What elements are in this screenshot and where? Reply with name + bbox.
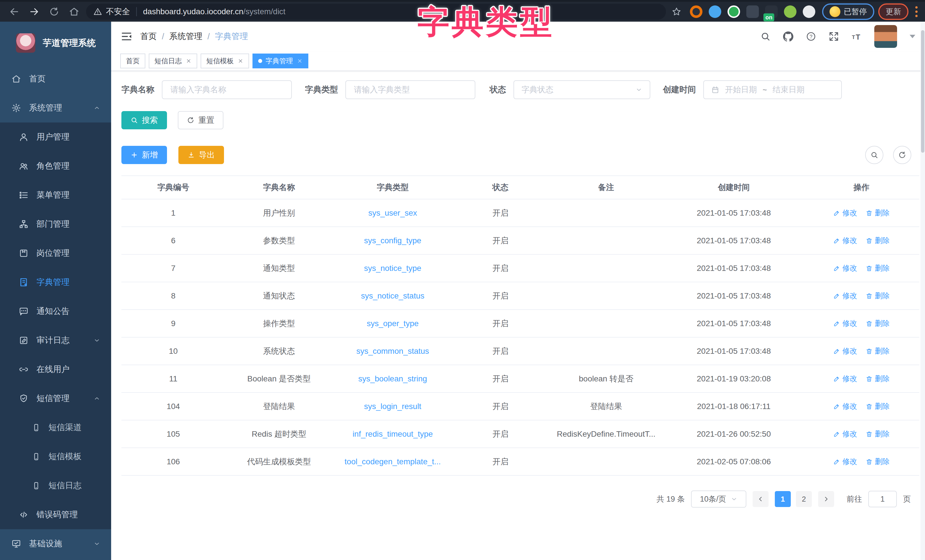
sidebar-item-notice[interactable]: 通知公告 — [0, 297, 111, 326]
browser-forward-icon[interactable] — [26, 4, 42, 20]
tab-sms-log[interactable]: 短信日志 — [149, 54, 197, 68]
next-page-button[interactable] — [818, 491, 834, 507]
edit-button[interactable]: 修改 — [833, 236, 857, 245]
tab-close-icon[interactable] — [238, 58, 243, 64]
search-button[interactable]: 搜索 — [121, 111, 167, 129]
edit-icon — [833, 348, 840, 355]
toggle-search-button[interactable] — [865, 146, 883, 164]
cell-dict-type-link[interactable]: sys_boolean_string — [333, 374, 452, 383]
address-bar[interactable]: 不安全 dashboard.yudao.iocoder.cn/system/di… — [86, 4, 666, 20]
tab-home[interactable]: 首页 — [120, 54, 145, 68]
edit-button[interactable]: 修改 — [833, 208, 857, 218]
edit-button[interactable]: 修改 — [833, 318, 857, 328]
sidebar-item-dept[interactable]: 部门管理 — [0, 210, 111, 239]
page-size-select[interactable]: 10条/页 — [691, 491, 746, 507]
add-button[interactable]: 新增 — [121, 146, 167, 164]
cell-dict-type-link[interactable]: sys_config_type — [333, 236, 452, 245]
browser-back-icon[interactable] — [6, 4, 22, 20]
tab-dict[interactable]: 字典管理 — [253, 54, 308, 68]
extension-blue-squares-icon[interactable] — [746, 5, 759, 18]
page-scrollbar[interactable] — [920, 22, 925, 560]
edit-button[interactable]: 修改 — [833, 429, 857, 439]
sidebar-item-sms-log[interactable]: 短信日志 — [0, 471, 111, 500]
prev-page-button[interactable] — [753, 491, 768, 507]
sidebar-item-audit[interactable]: 审计日志 — [0, 326, 111, 355]
extension-paused-pill[interactable]: 已暂停 — [822, 3, 874, 20]
status-select[interactable]: 字典状态 — [514, 80, 650, 99]
sidebar-item-home[interactable]: 首页 — [0, 65, 111, 93]
jump-page-input[interactable] — [868, 491, 897, 507]
extensions-puzzle-icon[interactable] — [803, 5, 815, 18]
sidebar-item-sms-template[interactable]: 短信模板 — [0, 442, 111, 471]
extension-blue-gem-icon[interactable] — [709, 5, 721, 18]
delete-button[interactable]: 删除 — [866, 318, 890, 328]
tab-close-icon[interactable] — [297, 58, 303, 64]
hamburger-icon[interactable] — [121, 31, 132, 42]
delete-button[interactable]: 删除 — [866, 374, 890, 384]
sidebar-item-sms-channel[interactable]: 短信渠道 — [0, 413, 111, 442]
cell-dict-type-link[interactable]: sys_notice_status — [333, 291, 452, 301]
breadcrumb-item[interactable]: 系统管理 — [169, 31, 202, 42]
delete-button[interactable]: 删除 — [866, 236, 890, 245]
sidebar-item-infra[interactable]: 基础设施 — [0, 529, 111, 558]
github-icon[interactable] — [783, 31, 793, 42]
delete-button[interactable]: 删除 — [866, 457, 890, 467]
help-icon[interactable]: ? — [806, 31, 816, 42]
edit-button[interactable]: 修改 — [833, 457, 857, 467]
sidebar-item-role[interactable]: 角色管理 — [0, 152, 111, 181]
delete-button[interactable]: 删除 — [866, 291, 890, 301]
cell-dict-type-link[interactable]: sys_oper_type — [333, 319, 452, 328]
page-button-2[interactable]: 2 — [796, 491, 812, 507]
delete-button[interactable]: 删除 — [866, 346, 890, 356]
avatar-caret-down-icon[interactable] — [910, 35, 915, 38]
cell-dict-type-link[interactable]: sys_user_sex — [333, 209, 452, 218]
sidebar-item-system[interactable]: 系统管理 — [0, 93, 111, 122]
sidebar-item-sms[interactable]: 短信管理 — [0, 384, 111, 413]
tab-sms-template[interactable]: 短信模板 — [200, 54, 249, 68]
reset-button[interactable]: 重置 — [178, 111, 223, 129]
edit-button[interactable]: 修改 — [833, 346, 857, 356]
edit-button[interactable]: 修改 — [833, 374, 857, 384]
export-button[interactable]: 导出 — [178, 146, 224, 164]
sidebar-item-user[interactable]: 用户管理 — [0, 122, 111, 152]
tab-close-icon[interactable] — [186, 58, 191, 64]
cell-dict-type-link[interactable]: sys_common_status — [333, 347, 452, 356]
extension-orange-ring-icon[interactable] — [690, 5, 702, 18]
font-size-icon[interactable]: TT — [851, 31, 862, 42]
bookmark-star-icon[interactable] — [672, 7, 681, 17]
sidebar-item-online[interactable]: 在线用户 — [0, 355, 111, 384]
browser-menu-kebab-icon[interactable] — [914, 5, 919, 18]
browser-home-icon[interactable] — [66, 4, 82, 20]
edit-button[interactable]: 修改 — [833, 291, 857, 301]
edit-button[interactable]: 修改 — [833, 263, 857, 273]
delete-button[interactable]: 删除 — [866, 429, 890, 439]
sidebar-item-menu[interactable]: 菜单管理 — [0, 181, 111, 210]
extension-green-leaf-icon[interactable] — [784, 5, 797, 18]
scrollbar-thumb[interactable] — [921, 30, 924, 153]
browser-reload-icon[interactable] — [46, 4, 62, 20]
sidebar-item-dict[interactable]: 字典管理 — [0, 268, 111, 297]
page-button-1[interactable]: 1 — [775, 491, 791, 507]
sidebar-item-post[interactable]: 岗位管理 — [0, 239, 111, 268]
extension-dark-lines-on-icon[interactable]: on — [765, 5, 778, 18]
delete-button[interactable]: 删除 — [866, 263, 890, 273]
header-search-icon[interactable] — [760, 31, 771, 42]
dict-type-input[interactable] — [353, 85, 467, 95]
sidebar-item-errcode[interactable]: 错误码管理 — [0, 500, 111, 529]
cell-dict-type-link[interactable]: inf_redis_timeout_type — [333, 429, 452, 439]
cell-dict-type-link[interactable]: sys_notice_type — [333, 264, 452, 273]
browser-update-button[interactable]: 更新 — [878, 3, 908, 20]
edit-button[interactable]: 修改 — [833, 401, 857, 411]
date-range-picker[interactable]: 开始日期 ~ 结束日期 — [703, 80, 842, 99]
app-logo[interactable]: 芋道管理系统 — [0, 22, 111, 65]
delete-button[interactable]: 删除 — [866, 401, 890, 411]
breadcrumb-item[interactable]: 首页 — [140, 31, 157, 42]
cell-dict-type-link[interactable]: sys_login_result — [333, 402, 452, 411]
delete-button[interactable]: 删除 — [866, 208, 890, 218]
refresh-table-button[interactable] — [893, 146, 911, 164]
extension-green-circle-icon[interactable] — [728, 5, 740, 18]
cell-dict-type-link[interactable]: tool_codegen_template_t... — [333, 457, 452, 466]
fullscreen-icon[interactable] — [829, 31, 839, 42]
user-avatar[interactable] — [874, 25, 897, 48]
dict-name-input[interactable] — [170, 85, 284, 95]
